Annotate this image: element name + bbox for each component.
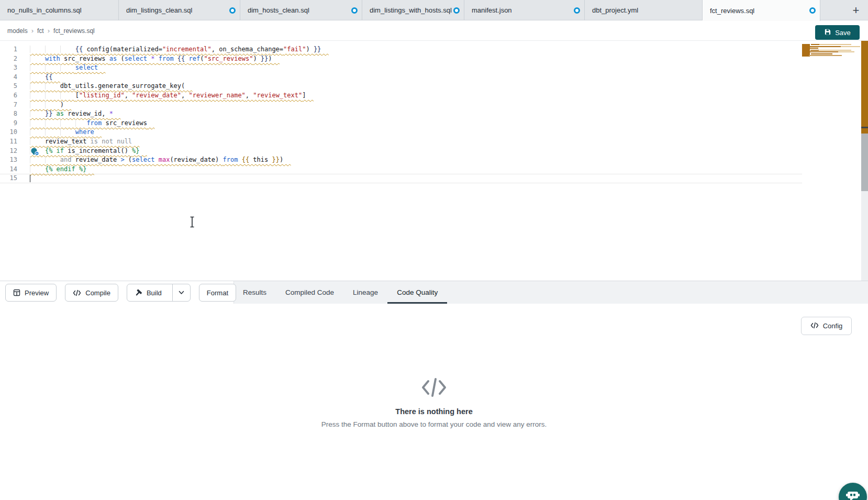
line-number: 15 (0, 174, 17, 183)
panel-tab-code-quality[interactable]: Code Quality (387, 281, 447, 304)
scrollbar-cursor-mark (861, 127, 868, 128)
save-button-label: Save (835, 29, 851, 37)
breadcrumb: models›fct›fct_reviews.sql (7, 21, 95, 40)
line-number: 9 (0, 119, 17, 128)
tab-no-nulls-in-columns-sql[interactable]: no_nulls_in_columns.sql (0, 0, 119, 20)
text-caret (30, 175, 31, 183)
scrollbar-track (861, 191, 868, 281)
panel-tab-results[interactable]: Results (233, 281, 276, 304)
tab-dim-listings-clean-sql[interactable]: dim_listings_clean.sql (119, 0, 240, 20)
panel-tab-compiled-code[interactable]: Compiled Code (276, 281, 343, 304)
unsaved-dot-icon (809, 7, 816, 14)
code-icon (73, 290, 81, 296)
code-line-2: with src_reviews as (select * from {{ re… (30, 54, 280, 64)
unsaved-dot-icon (453, 7, 460, 14)
code-line-4: {{ (30, 73, 60, 82)
tab-label: dim_listings_clean.sql (126, 6, 192, 14)
code-line-10: where (30, 128, 102, 137)
code-line-12: {% if is_incremental() %} (30, 147, 147, 156)
code-line-11: review_text is not null (30, 137, 140, 147)
line-number: 14 (0, 165, 17, 174)
line-number: 6 (0, 91, 17, 101)
panel-tab-lineage[interactable]: Lineage (343, 281, 387, 304)
current-line-highlight (0, 174, 802, 183)
code-action-lightbulb-icon[interactable] (30, 147, 41, 156)
line-number: 8 (0, 109, 17, 119)
unsaved-dot-icon (351, 7, 358, 14)
breadcrumb-bar: models›fct›fct_reviews.sql (0, 21, 868, 41)
breadcrumb-separator: › (31, 27, 34, 35)
line-number: 5 (0, 82, 17, 91)
unsaved-dot-icon (574, 7, 580, 14)
format-button[interactable]: Format (199, 284, 236, 302)
tab-label: dbt_project.yml (592, 6, 638, 14)
empty-state: There is nothing here Press the Format b… (0, 377, 868, 428)
breadcrumb-separator: › (48, 27, 50, 35)
tab-dim-listings-with-hosts-sql[interactable]: dim_listings_with_hosts.sql (362, 0, 464, 20)
line-number: 1 (0, 45, 17, 54)
line-number: 10 (0, 128, 17, 137)
line-number: 7 (0, 101, 17, 110)
code-line-8: }} as review_id, * (30, 109, 120, 119)
tab-dim-hosts-clean-sql[interactable]: dim_hosts_clean.sql (240, 0, 362, 20)
empty-state-title: There is nothing here (0, 407, 868, 416)
scrollbar-thumb[interactable] (861, 134, 868, 191)
code-line-7: ) (30, 101, 71, 110)
line-number: 3 (0, 63, 17, 73)
build-button-label: Build (147, 289, 162, 297)
breadcrumb-item-fct_reviews.sql[interactable]: fct_reviews.sql (53, 27, 95, 35)
tab-label: dim_hosts_clean.sql (248, 6, 309, 14)
code-line-1: {{ config(materialized="incremental", on… (30, 45, 329, 54)
config-button-label: Config (823, 322, 843, 330)
tab-label: manifest.json (472, 6, 512, 14)
editor-scrollbar[interactable] (861, 41, 868, 281)
line-number: 13 (0, 155, 17, 165)
line-number: 12 (0, 147, 17, 156)
new-tab-button[interactable]: + (844, 0, 868, 20)
build-button[interactable]: Build (127, 284, 191, 302)
tab-dbt-project-yml[interactable]: dbt_project.yml (585, 0, 703, 20)
compile-button-label: Compile (85, 289, 110, 297)
compile-button[interactable]: Compile (65, 284, 118, 302)
mouse-ibeam-cursor (188, 216, 196, 228)
build-dropdown-button[interactable] (172, 284, 190, 301)
code-line-9: from src_reviews (30, 119, 154, 128)
code-line-13: and review_date > (select max(review_dat… (30, 155, 291, 165)
minimap[interactable] (802, 44, 861, 58)
breadcrumb-item-models[interactable]: models (7, 27, 28, 35)
floppy-icon (824, 28, 831, 37)
code-slash-icon (0, 377, 868, 400)
line-number: 2 (0, 54, 17, 64)
unsaved-dot-icon (229, 7, 236, 14)
chatbot-icon (845, 490, 860, 500)
code-line-6: ["listing_id", "review_date", "reviewer_… (30, 91, 314, 101)
tab-manifest-json[interactable]: manifest.json (464, 0, 585, 20)
format-button-label: Format (207, 289, 228, 297)
config-button[interactable]: Config (801, 317, 852, 335)
preview-button[interactable]: Preview (5, 284, 57, 302)
code-icon (810, 322, 819, 330)
chatbot-button[interactable] (839, 483, 867, 500)
grid-icon (13, 289, 20, 296)
preview-button-label: Preview (25, 289, 49, 297)
tab-fct-reviews-sql[interactable]: fct_reviews.sql (703, 0, 820, 21)
editor-tab-bar: no_nulls_in_columns.sqldim_listings_clea… (0, 0, 868, 20)
line-number: 4 (0, 73, 17, 82)
empty-state-subtitle: Press the Format button above to format … (0, 420, 868, 428)
panel-content: Config There is nothing here Press the F… (0, 304, 868, 500)
scrollbar-warning-marks (861, 41, 868, 134)
code-line-3: select (30, 63, 106, 73)
chevron-down-icon (179, 291, 184, 295)
tab-label: fct_reviews.sql (710, 7, 754, 15)
tab-label: dim_listings_with_hosts.sql (370, 6, 452, 14)
line-number: 11 (0, 137, 17, 147)
save-button[interactable]: Save (815, 25, 860, 40)
tab-label: no_nulls_in_columns.sql (7, 6, 82, 14)
breadcrumb-item-fct[interactable]: fct (37, 27, 44, 35)
code-line-14: {% endif %} (30, 165, 94, 174)
code-line-5: dbt_utils.generate_surrogate_key( (30, 82, 193, 91)
code-editor[interactable]: 1 {{ config(materialized="incremental", … (0, 41, 868, 281)
hammer-icon (135, 289, 142, 297)
panel-toolbar: PreviewCompileBuildFormat ResultsCompile… (0, 281, 868, 304)
